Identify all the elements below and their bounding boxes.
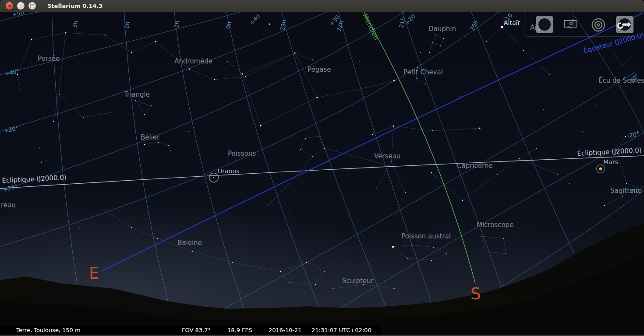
rectangle-select-button[interactable]	[564, 20, 577, 30]
rectangle-select-icon	[564, 20, 577, 28]
stellarium-window: PerséeAndromèdeTriangleBélierPoissonsPég…	[0, 0, 644, 336]
target-bullseye-icon	[591, 18, 606, 32]
constellation-art-button[interactable]	[536, 16, 553, 33]
fps-status: 18.9 FPS	[227, 327, 252, 333]
settings-wrench-icon	[617, 17, 632, 32]
corner-toolbar	[524, 11, 642, 37]
constellation-art-icon	[537, 17, 552, 32]
settings-button[interactable]	[616, 16, 633, 33]
time-status: 21:31:07 UTC+02:00	[311, 327, 372, 333]
window-title: Stellarium 0.14.3	[47, 3, 103, 9]
close-window-button[interactable]: ×	[6, 2, 13, 10]
minimize-window-button[interactable]: −	[17, 2, 25, 10]
sky-view[interactable]	[0, 0, 644, 336]
maximize-window-button[interactable]: □	[28, 2, 36, 10]
minimize-icon: −	[17, 2, 25, 10]
location-status: Terre, Toulouse, 150 m	[16, 327, 81, 333]
maximize-icon: □	[28, 2, 36, 10]
status-bar: Terre, Toulouse, 150 m FOV 83.7° 18.9 FP…	[0, 326, 381, 335]
date-status: 2016-10-21	[269, 327, 302, 333]
fov-status: FOV 83.7°	[182, 327, 211, 333]
close-icon: ×	[6, 2, 13, 10]
title-bar: × − □ Stellarium 0.14.3	[0, 0, 644, 12]
target-button[interactable]	[591, 18, 606, 34]
